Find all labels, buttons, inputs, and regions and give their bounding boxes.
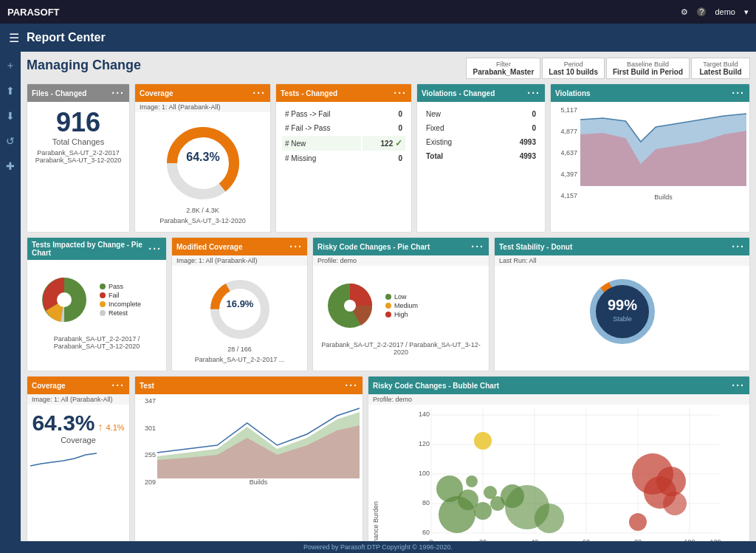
hamburger-icon[interactable]: ☰ [9, 31, 19, 45]
test-stability-donut: 99% Stable [585, 275, 659, 348]
page-header: Managing Change Filter Parabank_Master P… [27, 58, 750, 79]
violations-chart-header: Violations ··· [551, 84, 749, 102]
high-dot [385, 312, 391, 317]
period-item[interactable]: Period Last 10 builds [542, 58, 605, 79]
tests-row-value: 0 [362, 108, 405, 120]
legend-pass: Pass [100, 283, 141, 290]
coverage-small-value: 64.3% ↑ 4.1% [30, 411, 126, 436]
coverage-small-header: Coverage ··· [27, 377, 129, 394]
medium-label: Medium [394, 302, 418, 309]
svg-point-38 [535, 504, 564, 533]
fail-label: Fail [109, 292, 120, 299]
pass-dot [100, 284, 106, 289]
tests-changed-menu[interactable]: ··· [394, 87, 407, 99]
bubble-chart-sub: Profile: demo [368, 394, 749, 405]
coverage-sparkline [30, 447, 97, 470]
filter-item[interactable]: Filter Parabank_Master [466, 58, 540, 79]
target-label: Target Build [698, 61, 743, 68]
sidebar-download-icon[interactable]: ⬇ [2, 108, 18, 124]
test-stability-header: Test Stability - Donut ··· [495, 238, 749, 255]
svg-text:64.3%: 64.3% [186, 151, 219, 163]
violations-chart-svg-wrap: Builds [580, 105, 746, 201]
violations-chart-widget: Violations ··· 5,117 4,877 4,637 4,397 4… [550, 83, 750, 233]
user-dropdown-icon[interactable]: ▾ [744, 7, 749, 17]
modified-coverage-menu[interactable]: ··· [289, 241, 303, 253]
test-stability-body: 99% Stable [495, 266, 749, 357]
svg-point-11 [344, 300, 356, 312]
svg-text:99%: 99% [607, 297, 636, 313]
checkmark-icon: ✓ [395, 138, 402, 148]
svg-text:60: 60 [422, 529, 430, 536]
legend-medium: Medium [385, 302, 418, 309]
svg-point-34 [474, 502, 492, 520]
tests-changed-body: # Pass -> Fail 0 # Fail -> Pass 0 # New … [276, 102, 411, 171]
files-changed-menu[interactable]: ··· [111, 87, 125, 99]
violation-value: 4993 [492, 150, 539, 162]
target-item[interactable]: Target Build Latest Build [691, 58, 750, 79]
violations-chart-menu[interactable]: ··· [732, 87, 745, 99]
files-changed-number: 916 [30, 108, 126, 137]
sidebar-export-icon[interactable]: ⬆ [2, 83, 18, 99]
period-label: Period [549, 61, 598, 68]
modified-coverage-sub: Image: 1: All (Parabank-All) [172, 255, 307, 266]
baseline-item[interactable]: Baseline Build First Build in Period [606, 58, 690, 79]
coverage-sub: Image: 1: All (Parabank-All) [135, 102, 270, 112]
help-icon[interactable]: ? [697, 7, 706, 16]
coverage-small-menu[interactable]: ··· [111, 379, 125, 391]
coverage-menu[interactable]: ··· [252, 87, 266, 99]
user-label[interactable]: demo [715, 7, 735, 16]
tests-impacted-widget: Tests Impacted by Change - Pie Chart ··· [27, 237, 167, 371]
sidebar: ＋ ⬆ ⬇ ↺ ✚ [0, 52, 21, 553]
tests-impacted-body: Pass Fail Incomplete [27, 260, 166, 354]
tests-impacted-legend: Pass Fail Incomplete [100, 283, 141, 317]
modified-coverage-donut-svg: 16.9% [207, 276, 273, 343]
risky-code-sub: Profile: demo [313, 255, 489, 266]
test-line-menu[interactable]: ··· [345, 379, 358, 391]
test-line-inner: 347 301 255 209 [138, 397, 360, 486]
risky-code-header: Risky Code Changes - Pie Chart ··· [313, 238, 489, 255]
tests-impacted-menu[interactable]: ··· [148, 243, 162, 255]
y-label: 4,157 [554, 192, 577, 199]
risky-code-menu[interactable]: ··· [471, 241, 484, 253]
table-row: # Fail -> Pass 0 [282, 122, 405, 134]
y-label: 347 [138, 397, 156, 405]
period-value: Last 10 builds [549, 68, 598, 76]
legend-retest: Retest [100, 309, 141, 317]
coverage-small-body: 64.3% ↑ 4.1% Coverage [27, 405, 129, 475]
y-label: 4,877 [554, 128, 577, 135]
tests-table: # Pass -> Fail 0 # Fail -> Pass 0 # New … [281, 106, 407, 166]
top-nav-right: ⚙ ? demo ▾ [681, 7, 749, 17]
bubble-chart-menu[interactable]: ··· [732, 379, 745, 391]
tests-row-label: # Pass -> Fail [282, 108, 361, 120]
test-stability-menu[interactable]: ··· [732, 241, 745, 253]
gear-icon[interactable]: ⚙ [681, 7, 688, 17]
violations-changed-menu[interactable]: ··· [527, 87, 540, 99]
risky-code-legend: Low Medium High [385, 293, 418, 318]
violations-changed-header: Violations - Changed ··· [417, 84, 545, 102]
risky-code-body: Low Medium High Parabank_ [313, 266, 489, 360]
test-line-chart-widget: Test ··· 347 301 255 209 [134, 376, 363, 553]
violations-chart-body: 5,117 4,877 4,637 4,397 4,157 [551, 102, 749, 204]
test-y-axis: 347 301 255 209 [138, 397, 156, 486]
violations-table: New 0 Fixed 0 Existing 4993 Total [422, 106, 540, 164]
sidebar-refresh-icon[interactable]: ↺ [2, 133, 18, 149]
main-content: Managing Change Filter Parabank_Master P… [21, 52, 756, 553]
violations-chart-inner: 5,117 4,877 4,637 4,397 4,157 [554, 105, 746, 201]
violation-label: Total [423, 150, 490, 162]
tests-row-label: # Fail -> Pass [282, 122, 361, 134]
filter-bar: Filter Parabank_Master Period Last 10 bu… [466, 58, 750, 79]
sidebar-add-icon[interactable]: ✚ [2, 158, 18, 174]
violation-value: 0 [492, 122, 539, 134]
y-label: 5,117 [554, 106, 577, 114]
tests-impacted-build: Parabank_SA-UT_2-2-2017 / Parabank_SA-UT… [32, 335, 162, 350]
risky-code-build: Parabank_SA-UT_2-2-2017 / Parabank_SA-UT… [317, 341, 484, 356]
violations-changed-body: New 0 Fixed 0 Existing 4993 Total [417, 102, 545, 168]
retest-label: Retest [109, 309, 128, 317]
coverage-donut: 64.3% [140, 117, 266, 207]
coverage-up-arrow: ↑ [98, 421, 103, 433]
sidebar-plus-icon[interactable]: ＋ [2, 58, 18, 74]
modified-coverage-body: 16.9% 28 / 166 Parabank_SA-UT_2-2-2017 .… [172, 266, 307, 371]
bottom-bar: Powered by Parasoft DTP Copyright © 1996… [0, 541, 756, 553]
bubble-y-label: Maintenance Burden [371, 408, 380, 553]
coverage-small-sub: Image: 1: All (Parabank-All) [27, 394, 129, 405]
